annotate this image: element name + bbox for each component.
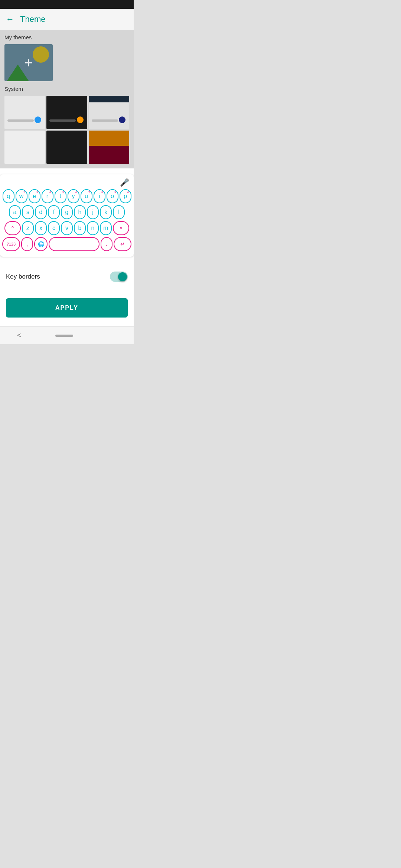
key-c[interactable]: c xyxy=(48,221,60,235)
key-p[interactable]: p0 xyxy=(120,189,131,203)
period-key[interactable]: . xyxy=(101,237,113,251)
theme-dot-navy xyxy=(119,116,125,123)
theme-bar xyxy=(49,119,76,122)
nav-bar: < xyxy=(0,326,134,344)
key-t[interactable]: t5 xyxy=(55,189,66,203)
key-s[interactable]: s xyxy=(22,205,34,219)
apply-button[interactable]: APPLY xyxy=(6,298,128,318)
key-b[interactable]: b xyxy=(74,221,86,235)
nav-back-button[interactable]: < xyxy=(17,332,21,339)
theme-card-light-gray[interactable] xyxy=(4,131,45,164)
status-bar xyxy=(0,0,134,9)
key-j[interactable]: j xyxy=(87,205,99,219)
theme-card-dark-blue[interactable] xyxy=(89,96,129,129)
theme-card-dark2[interactable] xyxy=(46,131,87,164)
key-borders-label: Key borders xyxy=(6,273,40,280)
backspace-key[interactable]: × xyxy=(113,221,129,235)
back-button[interactable]: ← xyxy=(6,14,14,24)
keyboard-container: 🎤 q w2 e3 r4 t5 y6 u7 i8 o9 p0 a s d f g… xyxy=(0,174,134,257)
theme-top-half xyxy=(89,131,129,146)
key-d[interactable]: d xyxy=(35,205,47,219)
key-h[interactable]: h xyxy=(74,205,86,219)
key-i[interactable]: i8 xyxy=(94,189,105,203)
key-e[interactable]: e3 xyxy=(29,189,40,203)
key-row-1: q w2 e3 r4 t5 y6 u7 i8 o9 p0 xyxy=(2,189,131,203)
key-v[interactable]: v xyxy=(61,221,73,235)
key-n[interactable]: n xyxy=(87,221,99,235)
theme-dot-orange xyxy=(77,116,84,123)
key-l[interactable]: l xyxy=(113,205,125,219)
key-row-4: ?123 , 🌐 . ↵ xyxy=(2,237,131,251)
comma-key[interactable]: , xyxy=(21,237,33,251)
key-m[interactable]: m xyxy=(100,221,112,235)
theme-circle xyxy=(33,46,49,63)
key-borders-row: Key borders xyxy=(6,269,128,285)
theme-dot-blue xyxy=(35,116,41,123)
themes-grid xyxy=(4,96,129,164)
system-label: System xyxy=(4,86,129,92)
bottom-section: Key borders xyxy=(0,263,134,291)
my-themes-label: My themes xyxy=(4,34,129,40)
key-g[interactable]: g xyxy=(61,205,73,219)
key-row-3: ^ z x c v b n m × xyxy=(2,221,131,235)
key-o[interactable]: o9 xyxy=(107,189,118,203)
key-x[interactable]: x xyxy=(35,221,47,235)
theme-content: My themes + System xyxy=(0,30,134,168)
key-r[interactable]: r4 xyxy=(42,189,53,203)
key-z[interactable]: z xyxy=(22,221,34,235)
apply-button-container: APPLY xyxy=(0,291,134,326)
theme-bar xyxy=(7,119,34,122)
theme-card-orange-purple[interactable] xyxy=(89,131,129,164)
shift-key[interactable]: ^ xyxy=(4,221,21,235)
key-k[interactable]: k xyxy=(100,205,112,219)
space-key[interactable] xyxy=(49,237,100,251)
mic-row: 🎤 xyxy=(2,178,131,187)
nav-home-pill[interactable] xyxy=(55,335,73,337)
add-icon: + xyxy=(25,56,33,70)
key-q[interactable]: q xyxy=(3,189,14,203)
theme-bar xyxy=(92,119,118,122)
key-w[interactable]: w2 xyxy=(16,189,27,203)
toggle-track xyxy=(110,272,128,282)
theme-card-light[interactable] xyxy=(4,96,45,129)
page-title: Theme xyxy=(20,14,45,24)
enter-key[interactable]: ↵ xyxy=(114,237,131,251)
key-y[interactable]: y6 xyxy=(68,189,79,203)
my-themes-section: My themes + xyxy=(4,34,129,81)
add-theme-card[interactable]: + xyxy=(4,44,53,81)
toggle-thumb xyxy=(118,272,127,281)
num-switch-key[interactable]: ?123 xyxy=(2,237,20,251)
key-a[interactable]: a xyxy=(9,205,21,219)
system-themes-section: System xyxy=(4,86,129,164)
globe-key[interactable]: 🌐 xyxy=(34,237,48,251)
key-row-2: a s d f g h j k l xyxy=(2,205,131,219)
theme-card-dark[interactable] xyxy=(46,96,87,129)
top-bar: ← Theme xyxy=(0,9,134,30)
key-borders-toggle[interactable] xyxy=(110,272,128,282)
key-u[interactable]: u7 xyxy=(81,189,92,203)
theme-header-strip xyxy=(89,96,129,102)
microphone-icon[interactable]: 🎤 xyxy=(120,178,129,187)
key-f[interactable]: f xyxy=(48,205,60,219)
keyboard-section: 🎤 q w2 e3 r4 t5 y6 u7 i8 o9 p0 a s d f g… xyxy=(0,168,134,263)
